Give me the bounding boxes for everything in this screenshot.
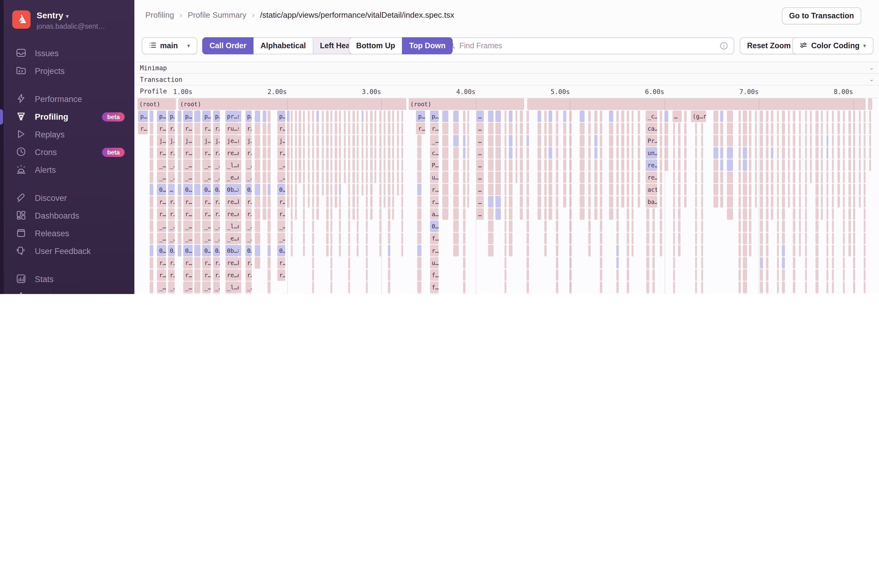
flame-cell[interactable] — [388, 282, 390, 293]
flame-cell[interactable] — [766, 123, 768, 134]
flame-cell[interactable] — [853, 220, 855, 232]
flame-cell[interactable] — [375, 123, 377, 134]
flame-cell[interactable] — [239, 208, 242, 220]
flame-cell[interactable] — [600, 294, 603, 294]
flame-cell[interactable] — [815, 257, 818, 268]
flame-cell[interactable] — [308, 147, 310, 159]
flame-cell[interactable] — [652, 294, 655, 294]
flame-cell[interactable] — [195, 172, 200, 183]
flame-cell[interactable] — [864, 245, 865, 256]
flame-cell[interactable] — [370, 159, 373, 171]
flame-cell[interactable] — [805, 245, 807, 256]
flame-cell[interactable] — [348, 123, 350, 134]
flame-cell[interactable] — [556, 220, 558, 232]
flame-cell[interactable] — [195, 232, 200, 244]
flame-cell[interactable] — [760, 135, 763, 147]
flame-cell[interactable] — [263, 135, 266, 147]
flame-cell[interactable] — [454, 232, 459, 244]
flame-cell[interactable] — [339, 123, 341, 134]
flame-cell[interactable] — [695, 147, 697, 159]
flame-cell[interactable]: _…e — [183, 159, 192, 171]
flame-cell[interactable] — [695, 184, 697, 195]
flame-cell[interactable]: r… — [157, 257, 167, 268]
flame-cell[interactable]: r… — [157, 123, 167, 134]
flame-cell[interactable] — [701, 282, 703, 293]
flame-cell[interactable] — [673, 184, 675, 195]
flame-cell[interactable] — [384, 184, 385, 195]
flame-cell[interactable] — [548, 184, 552, 195]
flame-cell[interactable] — [793, 282, 796, 293]
flame-cell[interactable] — [755, 111, 757, 122]
flame-cell[interactable] — [370, 135, 373, 147]
flame-cell[interactable]: _… — [168, 159, 175, 171]
flame-cell[interactable] — [556, 208, 558, 220]
flame-cell[interactable] — [678, 147, 681, 159]
flame-cell[interactable] — [339, 172, 341, 183]
flame-cell[interactable] — [849, 123, 851, 134]
flame-cell[interactable] — [832, 269, 834, 281]
flame-cell[interactable] — [239, 232, 242, 244]
transaction-band[interactable]: Transaction ⌄ — [134, 73, 879, 85]
flame-cell[interactable]: p…s — [183, 111, 192, 122]
flame-cell[interactable] — [312, 294, 314, 294]
flame-cell[interactable] — [588, 196, 591, 208]
flame-cell[interactable] — [263, 147, 266, 159]
flame-cell[interactable] — [826, 111, 829, 122]
flame-cell[interactable] — [766, 257, 768, 268]
flame-cell[interactable] — [771, 123, 773, 134]
flame-cell[interactable] — [463, 294, 466, 294]
flame-cell[interactable]: _… — [157, 232, 167, 244]
flame-cell[interactable]: _… — [213, 282, 220, 293]
flame-cell[interactable] — [749, 232, 751, 244]
flame-cell[interactable] — [701, 159, 703, 171]
flame-cell[interactable] — [600, 123, 603, 134]
flame-cell[interactable] — [627, 245, 629, 256]
flame-cell[interactable] — [755, 135, 757, 147]
flame-cell[interactable] — [195, 135, 200, 147]
flame-cell[interactable] — [660, 208, 662, 220]
flame-cell[interactable] — [488, 123, 493, 134]
flame-cell[interactable]: re…e — [225, 269, 239, 281]
flame-cell[interactable] — [463, 208, 466, 220]
flame-cell[interactable] — [357, 172, 359, 183]
flame-cell[interactable] — [609, 196, 614, 208]
flame-cell[interactable] — [600, 269, 603, 281]
flame-cell[interactable] — [344, 159, 346, 171]
flame-cell[interactable] — [864, 184, 865, 195]
flame-cell[interactable] — [150, 220, 153, 232]
flame-cell[interactable] — [594, 159, 597, 171]
flame-cell[interactable] — [375, 111, 377, 122]
flame-cell[interactable] — [335, 172, 337, 183]
flame-cell[interactable] — [701, 294, 703, 294]
flame-cell[interactable]: … — [476, 159, 484, 171]
flame-cell[interactable] — [366, 196, 368, 208]
flame-cell[interactable] — [782, 111, 785, 122]
flame-cell[interactable]: 0… — [183, 245, 192, 256]
flame-cell[interactable] — [616, 111, 619, 122]
flame-cell[interactable] — [695, 245, 697, 256]
flame-cell[interactable] — [815, 294, 818, 294]
flame-cell[interactable]: r… — [213, 269, 220, 281]
flame-cell[interactable] — [239, 269, 242, 281]
flame-cell[interactable] — [760, 196, 763, 208]
flame-cell[interactable] — [652, 220, 655, 232]
flame-cell[interactable] — [195, 257, 200, 268]
breadcrumb-item[interactable]: /static/app/views/performance/vitalDetai… — [260, 10, 454, 20]
flame-cell[interactable] — [627, 172, 629, 183]
flame-cell[interactable]: p… — [213, 111, 220, 122]
flame-cell[interactable]: _… — [213, 232, 220, 244]
flame-cell[interactable] — [569, 184, 571, 195]
flame-cell[interactable] — [563, 172, 566, 183]
flame-cell[interactable] — [673, 282, 675, 293]
flame-cell[interactable] — [195, 269, 200, 281]
flame-cell[interactable] — [348, 159, 350, 171]
flame-cell[interactable] — [815, 184, 818, 195]
flame-cell[interactable] — [843, 159, 845, 171]
flame-cell[interactable] — [418, 269, 421, 281]
flame-cell[interactable] — [357, 135, 359, 147]
flame-cell[interactable] — [837, 123, 840, 134]
flame-cell[interactable] — [739, 269, 741, 281]
flame-cell[interactable] — [556, 232, 558, 244]
flame-cell[interactable] — [777, 232, 779, 244]
flame-cell[interactable] — [418, 208, 421, 220]
